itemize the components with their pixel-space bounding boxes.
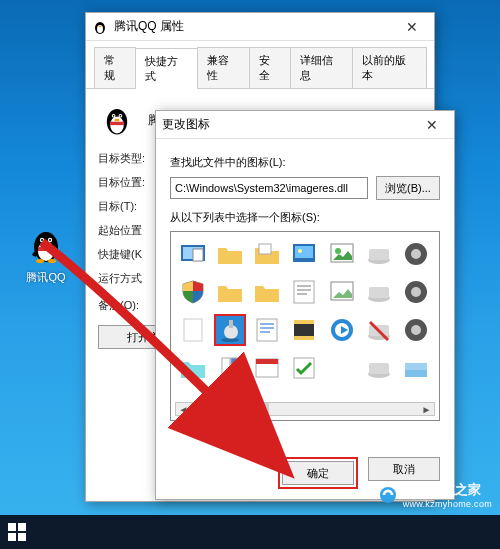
watermark-logo-icon xyxy=(379,486,397,504)
svg-rect-46 xyxy=(229,320,233,328)
icon-item[interactable] xyxy=(326,314,358,346)
change-icon-dialog: 更改图标 ✕ 查找此文件中的图标(L): 浏览(B)... 从以下列表中选择一个… xyxy=(155,110,455,500)
svg-point-7 xyxy=(36,259,44,263)
icon-item[interactable] xyxy=(363,352,395,384)
icon-item[interactable] xyxy=(288,276,320,308)
icon-item[interactable] xyxy=(400,352,432,384)
icon-item[interactable] xyxy=(251,238,283,270)
svg-rect-64 xyxy=(256,359,278,364)
svg-rect-51 xyxy=(260,331,270,333)
icon-item[interactable] xyxy=(251,352,283,384)
icon-item-selected[interactable] xyxy=(214,314,246,346)
icon-item[interactable] xyxy=(288,238,320,270)
icon-item[interactable] xyxy=(288,352,320,384)
close-icon[interactable]: ✕ xyxy=(396,19,428,35)
svg-rect-20 xyxy=(110,122,124,125)
windows-logo-icon xyxy=(8,523,26,541)
change-icon-titlebar[interactable]: 更改图标 ✕ xyxy=(156,111,454,139)
icon-item[interactable] xyxy=(177,352,209,384)
svg-rect-53 xyxy=(294,320,314,324)
icon-item[interactable] xyxy=(363,238,395,270)
icon-item[interactable] xyxy=(326,352,358,384)
svg-rect-62 xyxy=(231,358,239,378)
properties-titlebar[interactable]: 腾讯QQ 属性 ✕ xyxy=(86,13,434,41)
svg-point-29 xyxy=(335,248,341,254)
svg-point-6 xyxy=(43,243,49,246)
change-icon-ok-button[interactable]: 确定 xyxy=(282,461,354,485)
icon-item[interactable] xyxy=(214,352,246,384)
desktop-shortcut[interactable]: 腾讯QQ xyxy=(16,225,76,285)
svg-rect-73 xyxy=(8,533,16,541)
svg-rect-49 xyxy=(260,323,274,325)
scroll-track[interactable] xyxy=(191,403,419,415)
svg-point-47 xyxy=(221,338,239,342)
change-icon-cancel-button[interactable]: 取消 xyxy=(368,457,440,481)
icon-list[interactable]: ◄ ► xyxy=(170,231,440,421)
svg-rect-54 xyxy=(294,336,314,340)
svg-point-27 xyxy=(298,249,302,253)
tab-shortcut[interactable]: 快捷方式 xyxy=(135,48,199,89)
taskbar[interactable] xyxy=(0,515,500,549)
svg-point-4 xyxy=(41,239,43,241)
icon-item[interactable] xyxy=(400,238,432,270)
svg-rect-26 xyxy=(295,246,313,258)
tab-details[interactable]: 详细信息 xyxy=(290,47,354,88)
qq-penguin-icon xyxy=(26,225,66,265)
qq-penguin-icon xyxy=(92,19,108,35)
close-icon[interactable]: ✕ xyxy=(416,117,448,133)
change-icon-title: 更改图标 xyxy=(162,116,416,133)
svg-rect-40 xyxy=(369,287,389,298)
watermark-url: www.kzmyhome.com xyxy=(403,499,492,509)
svg-rect-31 xyxy=(369,249,389,260)
watermark-brand: 纯净系统之家 xyxy=(403,481,492,499)
icon-item[interactable] xyxy=(251,314,283,346)
icon-item[interactable] xyxy=(363,276,395,308)
svg-point-12 xyxy=(99,25,102,26)
icon-item[interactable] xyxy=(288,314,320,346)
qq-penguin-icon xyxy=(100,103,134,137)
tab-general[interactable]: 常规 xyxy=(94,47,136,88)
properties-tabs: 常规 快捷方式 兼容性 安全 详细信息 以前的版本 xyxy=(86,41,434,89)
svg-point-42 xyxy=(411,287,421,297)
svg-point-33 xyxy=(411,249,421,259)
scroll-left-icon[interactable]: ◄ xyxy=(176,403,191,415)
icon-item[interactable] xyxy=(326,238,358,270)
icon-item[interactable] xyxy=(177,238,209,270)
scroll-right-icon[interactable]: ► xyxy=(419,403,434,415)
icon-item[interactable] xyxy=(177,276,209,308)
icon-item[interactable] xyxy=(326,276,358,308)
icon-path-input[interactable] xyxy=(170,177,368,199)
desktop-icon-label: 腾讯QQ xyxy=(16,270,76,285)
icon-item[interactable] xyxy=(363,314,395,346)
properties-title: 腾讯QQ 属性 xyxy=(114,18,396,35)
icon-item[interactable] xyxy=(400,314,432,346)
tab-compat[interactable]: 兼容性 xyxy=(197,47,250,88)
svg-rect-23 xyxy=(193,249,203,261)
svg-rect-35 xyxy=(297,285,311,287)
icon-list-scrollbar[interactable]: ◄ ► xyxy=(175,402,435,416)
browse-button[interactable]: 浏览(B)... xyxy=(376,176,440,200)
tab-security[interactable]: 安全 xyxy=(249,47,291,88)
svg-rect-71 xyxy=(8,523,16,531)
watermark: 纯净系统之家 www.kzmyhome.com xyxy=(379,481,492,509)
svg-rect-48 xyxy=(257,319,277,341)
svg-point-70 xyxy=(380,487,396,503)
svg-rect-34 xyxy=(294,281,314,303)
svg-rect-9 xyxy=(38,247,54,251)
svg-rect-61 xyxy=(222,358,230,378)
svg-rect-37 xyxy=(297,293,307,295)
scroll-thumb[interactable] xyxy=(191,403,269,415)
icon-item[interactable] xyxy=(400,276,432,308)
svg-point-5 xyxy=(49,239,51,241)
svg-point-8 xyxy=(48,259,56,263)
svg-rect-74 xyxy=(18,533,26,541)
select-icon-label: 从以下列表中选择一个图标(S): xyxy=(170,210,440,225)
svg-point-19 xyxy=(114,119,119,122)
tab-previous[interactable]: 以前的版本 xyxy=(352,47,427,88)
icon-item[interactable] xyxy=(214,238,246,270)
start-button[interactable] xyxy=(0,515,34,549)
icon-item[interactable] xyxy=(251,276,283,308)
icon-item[interactable] xyxy=(177,314,209,346)
icon-item[interactable] xyxy=(214,276,246,308)
svg-rect-43 xyxy=(184,319,202,341)
